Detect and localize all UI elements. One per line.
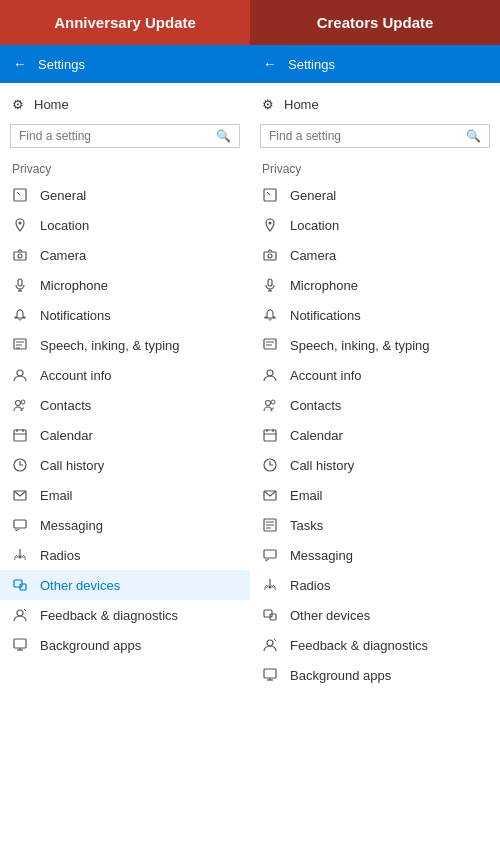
left-back-button[interactable]: ← xyxy=(10,54,30,74)
left-menu-microphone-label: Microphone xyxy=(40,278,108,293)
right-menu-location-label: Location xyxy=(290,218,339,233)
left-search-input[interactable] xyxy=(19,129,210,143)
svg-rect-21 xyxy=(14,520,26,528)
left-menu-messaging-label: Messaging xyxy=(40,518,103,533)
right-icon-otherdevices xyxy=(262,607,278,623)
left-icon-speech xyxy=(12,337,28,353)
right-menu-calendar-label: Calendar xyxy=(290,428,343,443)
left-settings-label: Settings xyxy=(38,57,85,72)
left-back-arrow-icon: ← xyxy=(13,56,27,72)
left-menu-speech[interactable]: Speech, inking, & typing xyxy=(0,330,250,360)
right-menu-bgapps[interactable]: Background apps xyxy=(250,660,500,690)
svg-rect-28 xyxy=(14,639,26,648)
left-menu-feedback[interactable]: Feedback & diagnostics xyxy=(0,600,250,630)
svg-point-12 xyxy=(17,370,23,376)
left-menu-general[interactable]: General xyxy=(0,180,250,210)
left-menu-messaging[interactable]: Messaging xyxy=(0,510,250,540)
right-menu-bgapps-label: Background apps xyxy=(290,668,391,683)
left-menu-callhistory-label: Call history xyxy=(40,458,104,473)
left-icon-email xyxy=(12,487,28,503)
left-icon-bgapps xyxy=(12,637,28,653)
svg-rect-45 xyxy=(264,430,276,441)
right-menu-notifications[interactable]: Notifications xyxy=(250,300,500,330)
svg-rect-15 xyxy=(14,430,26,441)
left-icon-feedback xyxy=(12,607,28,623)
svg-point-26 xyxy=(17,610,23,616)
right-icon-camera xyxy=(262,247,278,263)
right-home-gear-icon: ⚙ xyxy=(262,97,274,112)
svg-point-60 xyxy=(267,640,273,646)
right-menu-feedback-label: Feedback & diagnostics xyxy=(290,638,428,653)
left-menu-email-label: Email xyxy=(40,488,73,503)
left-menu-notifications[interactable]: Notifications xyxy=(0,300,250,330)
right-menu-email-label: Email xyxy=(290,488,323,503)
left-icon-contacts xyxy=(12,397,28,413)
right-icon-messaging xyxy=(262,547,278,563)
left-menu-contacts[interactable]: Contacts xyxy=(0,390,250,420)
left-icon-notifications xyxy=(12,307,28,323)
left-menu-callhistory[interactable]: Call history xyxy=(0,450,250,480)
right-menu-location[interactable]: Location xyxy=(250,210,500,240)
svg-line-32 xyxy=(267,192,270,195)
left-home-row[interactable]: ⚙ Home xyxy=(0,91,250,118)
left-privacy-label: Privacy xyxy=(0,154,250,180)
right-icon-callhistory xyxy=(262,457,278,473)
right-menu-camera-label: Camera xyxy=(290,248,336,263)
right-menu-tasks[interactable]: Tasks xyxy=(250,510,500,540)
right-menu-notifications-label: Notifications xyxy=(290,308,361,323)
right-menu-messaging[interactable]: Messaging xyxy=(250,540,500,570)
left-menu-camera[interactable]: Camera xyxy=(0,240,250,270)
right-menu-radios-label: Radios xyxy=(290,578,330,593)
left-icon-account xyxy=(12,367,28,383)
right-search-input[interactable] xyxy=(269,129,460,143)
left-menu-notifications-label: Notifications xyxy=(40,308,111,323)
right-home-row[interactable]: ⚙ Home xyxy=(250,91,500,118)
left-icon-callhistory xyxy=(12,457,28,473)
right-search-box[interactable]: 🔍 xyxy=(260,124,490,148)
right-menu-microphone[interactable]: Microphone xyxy=(250,270,500,300)
right-content: ⚙ Home 🔍 Privacy General xyxy=(250,83,500,868)
left-icon-location xyxy=(12,217,28,233)
left-menu-bgapps[interactable]: Background apps xyxy=(0,630,250,660)
left-menu-feedback-label: Feedback & diagnostics xyxy=(40,608,178,623)
right-menu-callhistory[interactable]: Call history xyxy=(250,450,500,480)
right-back-button[interactable]: ← xyxy=(260,54,280,74)
left-menu-location[interactable]: Location xyxy=(0,210,250,240)
left-search-box[interactable]: 🔍 xyxy=(10,124,240,148)
right-menu-speech[interactable]: Speech, inking, & typing xyxy=(250,330,500,360)
left-panel-header: Anniversary Update xyxy=(0,0,250,45)
right-menu-email[interactable]: Email xyxy=(250,480,500,510)
left-content: ⚙ Home 🔍 Privacy General xyxy=(0,83,250,868)
left-icon-radios xyxy=(12,547,28,563)
left-menu-account[interactable]: Account info xyxy=(0,360,250,390)
right-menu-radios[interactable]: Radios xyxy=(250,570,500,600)
left-home-label: Home xyxy=(34,97,69,112)
left-menu-microphone[interactable]: Microphone xyxy=(0,270,250,300)
right-icon-tasks xyxy=(262,517,278,533)
left-menu-calendar[interactable]: Calendar xyxy=(0,420,250,450)
right-icon-microphone xyxy=(262,277,278,293)
left-search-icon: 🔍 xyxy=(216,129,231,143)
left-menu-radios[interactable]: Radios xyxy=(0,540,250,570)
left-icon-microphone xyxy=(12,277,28,293)
right-menu-account[interactable]: Account info xyxy=(250,360,500,390)
right-menu-calendar[interactable]: Calendar xyxy=(250,420,500,450)
left-menu-email[interactable]: Email xyxy=(0,480,250,510)
left-icon-messaging xyxy=(12,517,28,533)
left-menu-camera-label: Camera xyxy=(40,248,86,263)
svg-rect-3 xyxy=(14,252,26,260)
right-icon-feedback xyxy=(262,637,278,653)
svg-point-13 xyxy=(16,401,21,406)
svg-rect-36 xyxy=(268,279,272,286)
right-menu-camera[interactable]: Camera xyxy=(250,240,500,270)
right-menu-contacts[interactable]: Contacts xyxy=(250,390,500,420)
right-menu-feedback[interactable]: Feedback & diagnostics xyxy=(250,630,500,660)
right-menu-general-label: General xyxy=(290,188,336,203)
left-menu-otherdevices-label: Other devices xyxy=(40,578,120,593)
right-menu-contacts-label: Contacts xyxy=(290,398,341,413)
right-menu-otherdevices[interactable]: Other devices xyxy=(250,600,500,630)
right-menu-general[interactable]: General xyxy=(250,180,500,210)
left-menu-otherdevices[interactable]: Other devices xyxy=(0,570,250,600)
right-menu-microphone-label: Microphone xyxy=(290,278,358,293)
right-icon-general xyxy=(262,187,278,203)
